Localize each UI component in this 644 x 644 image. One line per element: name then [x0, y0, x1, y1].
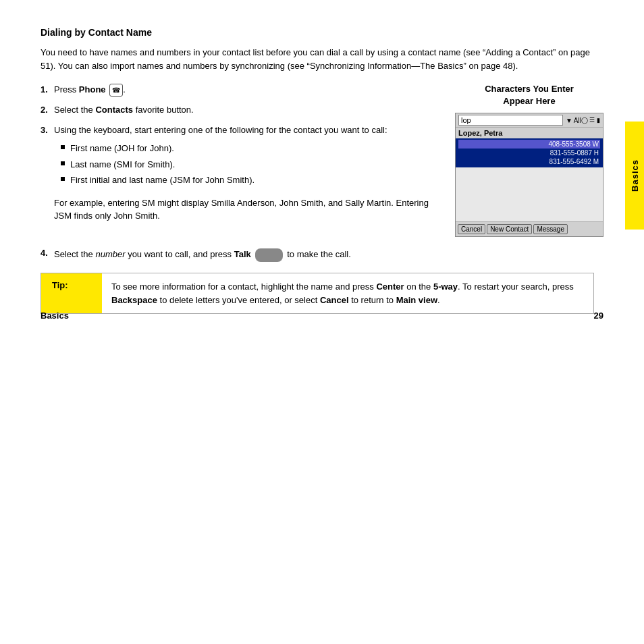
tip-mainview: Main view: [396, 295, 437, 305]
filter-label: All: [574, 117, 581, 124]
page-container: Basics Dialing by Contact Name You need …: [0, 0, 644, 341]
tip-backspace: Backspace: [111, 295, 157, 305]
phone-numbers-area: 408-555-3508 W 831-555-0887 H 831-555-64…: [456, 138, 603, 167]
footer-right: 29: [594, 311, 603, 321]
phone-cancel-btn: Cancel: [458, 224, 485, 234]
phone-number-3: 831-555-6492 M: [458, 157, 600, 166]
chars-label-text: Characters You EnterAppear Here: [485, 84, 574, 106]
sidebar-tab-label: Basics: [630, 159, 640, 192]
bullet-icon-2: [61, 161, 65, 165]
right-column: Characters You EnterAppear Here lop ▼ Al…: [455, 83, 603, 237]
phone-search-field: lop: [458, 115, 563, 126]
step-4-italic: number: [95, 249, 125, 259]
bullet-2-text: Last name (SMI for Smith).: [70, 158, 175, 171]
phone-status-icons: ◯ ☰ ▮: [581, 117, 600, 124]
step-4-number: 4.: [41, 248, 54, 262]
step-4-bold: Talk: [234, 249, 251, 259]
talk-button-icon: [255, 248, 282, 263]
step-4: 4. Select the number you want to call, a…: [41, 248, 603, 262]
phone-contact-name: Lopez, Petra: [456, 128, 603, 138]
example-text: For example, entering SM might display S…: [54, 196, 441, 223]
tip-label-text: Tip:: [52, 280, 68, 290]
footer-left: Basics: [41, 311, 69, 321]
phone-empty-area: [456, 167, 603, 221]
page-footer: Basics 29: [41, 311, 603, 321]
bullet-2: Last name (SMI for Smith).: [61, 158, 441, 171]
bullet-1: First name (JOH for John).: [61, 142, 441, 155]
tip-5way: 5-way: [433, 281, 458, 292]
tip-box: Tip: To see more information for a conta…: [41, 273, 594, 314]
sidebar-tab: Basics: [625, 122, 644, 230]
step-3-content: Using the keyboard, start entering one o…: [54, 124, 441, 190]
phone-screenshot: lop ▼ All ◯ ☰ ▮ Lopez, Petra 408-555-350…: [455, 113, 603, 237]
intro-text-content: You need to have names and numbers in yo…: [41, 47, 590, 71]
step-3: 3. Using the keyboard, start entering on…: [41, 124, 441, 190]
phone-filter: ▼ All: [566, 117, 581, 124]
step-1-content: Press Phone ☎.: [54, 83, 441, 97]
phone-number-2: 831-555-0887 H: [458, 149, 600, 157]
tip-content: To see more information for a contact, h…: [102, 273, 593, 313]
step-2-number: 2.: [41, 103, 54, 117]
step-4-content: Select the number you want to call, and …: [54, 248, 603, 262]
chars-label: Characters You EnterAppear Here: [455, 83, 603, 107]
bullet-3-text: First initial and last name (JSM for Joh…: [70, 173, 254, 187]
phone-button-icon: ☎: [109, 84, 123, 97]
bullet-icon-3: [61, 177, 65, 181]
tip-center: Center: [376, 281, 404, 292]
step-1-number: 1.: [41, 83, 54, 97]
numbered-list: 1. Press Phone ☎. 2. Select the Contacts…: [41, 83, 441, 190]
content-columns: 1. Press Phone ☎. 2. Select the Contacts…: [41, 83, 603, 237]
bullet-icon-1: [61, 145, 65, 149]
step-2-bold: Contacts: [95, 105, 133, 115]
step-1: 1. Press Phone ☎.: [41, 83, 441, 97]
phone-top-bar: lop ▼ All ◯ ☰ ▮: [456, 113, 603, 128]
phone-message-btn: Message: [533, 224, 568, 234]
phone-bottom-buttons: Cancel New Contact Message: [456, 221, 603, 236]
section-heading: Dialing by Contact Name: [41, 27, 603, 38]
tip-label: Tip:: [41, 273, 102, 313]
step-2: 2. Select the Contacts favorite button.: [41, 103, 441, 117]
step-1-bold: Phone: [79, 84, 106, 95]
step-2-content: Select the Contacts favorite button.: [54, 103, 441, 117]
intro-text: You need to have names and numbers in yo…: [41, 46, 594, 72]
bullet-list: First name (JOH for John). Last name (SM…: [61, 142, 441, 187]
bullet-1-text: First name (JOH for John).: [70, 142, 174, 155]
phone-new-contact-btn: New Contact: [487, 224, 532, 234]
tip-cancel: Cancel: [320, 295, 349, 305]
step-3-number: 3.: [41, 124, 54, 190]
left-column: 1. Press Phone ☎. 2. Select the Contacts…: [41, 83, 441, 237]
bullet-3: First initial and last name (JSM for Joh…: [61, 173, 441, 187]
phone-number-1: 408-555-3508 W: [458, 140, 600, 149]
